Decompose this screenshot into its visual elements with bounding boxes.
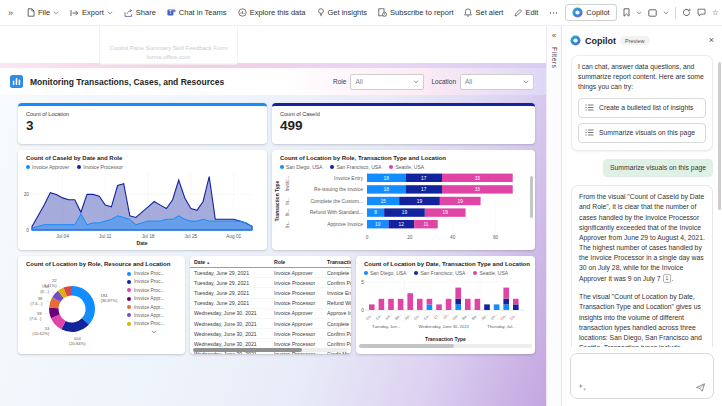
area-chart-title: Count of CaseId by Date and Role [18,150,267,161]
area-chart-card[interactable]: Count of CaseId by Date and Role Invoice… [18,150,267,250]
svg-text:Co...: Co... [509,312,517,321]
svg-text:Thursday, Jul...: Thursday, Jul... [487,324,515,329]
svg-text:Invoic...: Invoic... [285,176,290,192]
svg-text:33: 33 [475,187,481,192]
ghost-dialog-url: forms.office.com [147,54,191,60]
copilot-intro-card: I can chat, answer data questions, and s… [571,55,713,151]
bookmark-icon[interactable] [623,8,630,17]
report-icon [10,75,23,88]
legend-scroll-chevron-down-icon[interactable] [127,330,181,335]
toolbar-edit[interactable]: Edit [514,8,538,17]
toolbar-more[interactable] [549,9,558,17]
filters-pane-collapsed[interactable]: « Filters [546,26,562,406]
copilot-toggle-button[interactable]: Copilot [565,4,616,21]
svg-text:T: T [169,10,172,15]
table-row[interactable]: Wednesday, June 30, 2021Invoice Approver… [190,318,351,328]
filters-pane-label: Filters [551,47,558,68]
toolbar-export[interactable]: Export [70,8,113,17]
donut-chart-card[interactable]: Count of Location by Role, Resource and … [18,256,185,354]
edit-icon [514,9,522,17]
explore-icon [238,8,247,17]
scrollbar[interactable] [359,344,532,348]
copilot-response-paragraph: From the visual "Count of CaseId by Date… [579,192,705,284]
svg-text:12: 12 [399,222,405,227]
location-slicer-dropdown[interactable]: All [460,74,534,90]
svg-text:Date: Date [137,240,148,246]
toolbar-chat-in-teams[interactable]: TChat in Teams [167,8,227,17]
column-header-date[interactable]: Date ▲ [190,257,270,268]
kpi-card-count-of-caseid[interactable]: Count of CaseId499 [272,103,535,144]
powerbi-app-window: » FileExportShareTChat in TeamsExplore t… [0,0,722,406]
column-header-role[interactable]: Role [270,257,323,268]
chevron-down-icon[interactable] [663,11,669,15]
toolbar-explore-this-data[interactable]: Explore this data [238,8,306,17]
kpi-label: Count of CaseId [272,106,535,119]
svg-text:15: 15 [380,199,386,204]
svg-text:8: 8 [374,210,377,215]
svg-text:0: 0 [366,235,369,240]
legend-item: Invoice Appr... [127,313,181,318]
collapse-nav-icon[interactable]: » [8,8,13,18]
scrollbar[interactable] [718,62,721,210]
view-layout-icon[interactable] [648,9,657,17]
close-copilot-icon[interactable]: × [709,36,714,45]
stacked-bar-chart-card[interactable]: Count of Location by Role, Transaction T… [272,150,535,250]
copilot-pane-title: Copilot [585,36,616,46]
refresh-icon[interactable] [682,8,691,17]
table-row[interactable]: Wednesday, June 30, 2021Invoice Approver… [190,308,351,318]
legend-item: Invoice Proc... [127,271,181,276]
column-chart-card[interactable]: Count of Location by Date, Transaction T… [356,256,535,354]
copilot-intro-text: I can chat, answer data questions, and s… [578,62,706,93]
role-slicer-dropdown[interactable]: All [350,74,424,90]
svg-text:Inv...: Inv... [385,312,393,321]
copilot-suggestion-button[interactable]: Create a bulleted list of insights [578,98,706,118]
insights-icon [317,8,325,17]
table-row[interactable]: Tuesday, June 29, 2021Invoice ApproverCo… [190,268,351,278]
chevron-down-icon[interactable] [636,11,642,15]
table-row[interactable]: Tuesday, June 29, 2021Invoice ProcessorR… [190,298,351,308]
svg-text:0: 0 [26,228,29,233]
donut-chart-title: Count of Location by Role, Resource and … [18,256,185,267]
bar-chart-title: Count of Location by Role, Transaction T… [272,150,535,161]
column-chart: 05Co...Co...Inv...Re...Ap...Co...Co...Cr… [356,276,528,332]
send-icon[interactable] [695,382,706,393]
toolbar-subscribe-to-report[interactable]: Subscribe to report [378,8,453,17]
svg-text:Cr...: Cr... [433,312,440,320]
legend-item: Invoice Appr... [127,296,181,301]
toolbar-file[interactable]: File [27,8,59,17]
svg-text:0: 0 [361,308,364,313]
citation-badge[interactable]: 1 [663,274,672,284]
comment-icon[interactable] [697,8,706,17]
copilot-input-box[interactable] [570,353,714,399]
teams-icon: T [167,8,176,17]
suggestion-label: Create a bulleted list of insights [599,103,693,113]
alert-icon [464,8,472,17]
subscribe-icon [378,8,387,17]
donut-chart-legend: Invoice Proc...Invoice Proc...Invoice Pr… [127,271,181,335]
table-card[interactable]: Date ▲RoleTransactionTuesday, June 29, 2… [190,256,351,354]
table-row[interactable]: Tuesday, June 29, 2021Invoice ProcessorI… [190,288,351,298]
data-table: Date ▲RoleTransactionTuesday, June 29, 2… [190,257,351,354]
column-header-transaction[interactable]: Transaction [323,257,351,268]
expand-filters-icon[interactable]: « [552,31,556,40]
svg-text:Ap...: Ap... [404,312,412,321]
legend-item: Invoice Proc... [127,279,181,284]
scrollbar[interactable] [530,176,533,218]
toolbar-get-insights[interactable]: Get insights [317,8,368,17]
svg-text:Co...: Co... [423,312,431,321]
toolbar-set-alert[interactable]: Set alert [464,8,503,17]
kpi-card-count-of-location[interactable]: Count of Location3 [18,103,267,144]
role-slicer: Role All [333,74,424,90]
sparkle-icon [578,383,587,392]
copilot-suggestion-button[interactable]: Summarize visuals on this page [578,123,706,143]
svg-text:18: 18 [384,187,390,192]
table-row[interactable]: Wednesday, June 30, 2021Invoice Processo… [190,329,351,339]
toolbar-divider [675,7,676,19]
svg-text:19: 19 [458,199,464,204]
suggestion-label: Summarize visuals on this page [599,128,695,138]
column-chart-legend: San Diego, USASan Francisco, USASeattle,… [356,267,535,276]
toolbar-share[interactable]: Share [124,8,156,17]
scrollbar[interactable] [193,348,348,352]
table-row[interactable]: Tuesday, June 29, 2021Invoice ProcessorC… [190,278,351,288]
favorite-star-icon[interactable]: ☆ [712,8,719,17]
